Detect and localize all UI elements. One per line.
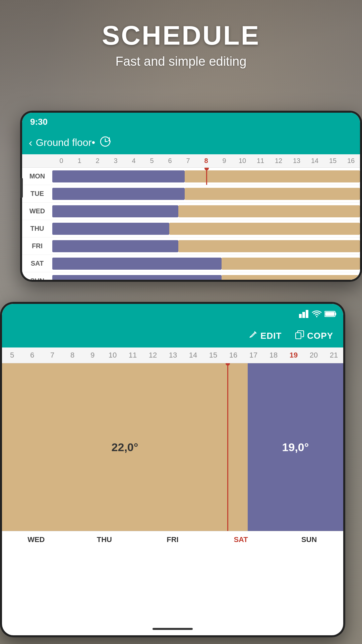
bar-tan-wed bbox=[178, 205, 360, 217]
svg-marker-1 bbox=[299, 314, 302, 318]
tan-temp-block[interactable]: 22,0° bbox=[2, 363, 248, 531]
tl2-num: 20 bbox=[304, 351, 324, 360]
nav-dot: • bbox=[92, 137, 95, 148]
edit-label: EDIT bbox=[260, 331, 282, 341]
day-row-wed: WED bbox=[22, 203, 360, 220]
tl-num: 0 bbox=[52, 157, 70, 165]
tl2-num: 7 bbox=[42, 351, 62, 360]
page-title: SCHEDULE bbox=[0, 20, 362, 51]
tl-num: 14 bbox=[306, 157, 324, 165]
nav-bar-1: ‹ Ground floor • bbox=[22, 131, 360, 154]
schedule-icon bbox=[99, 136, 111, 150]
day-label-fri: FRI bbox=[138, 535, 207, 544]
edit-button[interactable]: EDIT bbox=[248, 330, 282, 342]
day-row-fri: FRI bbox=[22, 237, 360, 255]
bar-purple-sun bbox=[52, 275, 222, 280]
copy-button[interactable]: COPY bbox=[295, 330, 333, 342]
tl-num: 12 bbox=[269, 157, 288, 165]
svg-rect-6 bbox=[335, 313, 336, 315]
bar-purple-thu bbox=[52, 223, 169, 235]
bar-purple-tue bbox=[52, 188, 185, 200]
tl2-num: 12 bbox=[143, 351, 163, 360]
page-subtitle: Fast and simple editing bbox=[0, 54, 362, 69]
tl2-num: 21 bbox=[324, 351, 343, 360]
timeline-header-2: 5 6 7 8 9 10 11 12 13 14 15 16 17 18 19 … bbox=[2, 347, 343, 363]
tl2-num: 5 bbox=[2, 351, 22, 360]
tl2-num: 8 bbox=[62, 351, 82, 360]
tl-num: 8 bbox=[197, 157, 215, 165]
status-time: 9:30 bbox=[30, 117, 48, 127]
tl2-num: 11 bbox=[123, 351, 143, 360]
tl2-num: 9 bbox=[82, 351, 103, 360]
day-bar-mon[interactable] bbox=[52, 168, 360, 185]
status-icons bbox=[299, 310, 337, 318]
tl-num: 13 bbox=[288, 157, 306, 165]
device-2-screen: EDIT COPY 5 6 7 8 9 10 11 12 13 bbox=[2, 304, 343, 635]
tl2-num: 18 bbox=[263, 351, 284, 360]
day-label: MON bbox=[22, 172, 52, 180]
device-2: EDIT COPY 5 6 7 8 9 10 11 12 13 bbox=[0, 302, 345, 637]
day-label: SUN bbox=[22, 277, 52, 280]
svg-marker-2 bbox=[302, 312, 305, 318]
day-label-sat: SAT bbox=[207, 535, 275, 544]
day-row-sun: SUN bbox=[22, 272, 360, 280]
day-label: SAT bbox=[22, 260, 52, 267]
device-1-screen: 9:30 ‹ Ground floor • 0 1 2 bbox=[22, 113, 360, 280]
day-bar-thu[interactable] bbox=[52, 220, 360, 237]
tl2-num: 14 bbox=[183, 351, 203, 360]
copy-icon bbox=[295, 330, 304, 342]
day-row-tue: TUE bbox=[22, 185, 360, 203]
day-bar-sun[interactable] bbox=[52, 272, 360, 280]
tl2-num: 17 bbox=[243, 351, 263, 360]
tl2-num: 6 bbox=[22, 351, 42, 360]
purple-temp-block[interactable]: 19,0° bbox=[248, 363, 343, 531]
tl-num: 4 bbox=[125, 157, 143, 165]
edit-toolbar: EDIT COPY bbox=[2, 324, 343, 347]
svg-point-4 bbox=[316, 316, 317, 317]
device-1: 9:30 ‹ Ground floor • 0 1 2 bbox=[20, 111, 362, 282]
tl-num: 9 bbox=[215, 157, 233, 165]
bar-tan-thu bbox=[169, 223, 360, 235]
svg-marker-3 bbox=[306, 310, 308, 318]
day-bar-tue[interactable] bbox=[52, 185, 360, 202]
tl-num: 6 bbox=[161, 157, 179, 165]
tl-num: 10 bbox=[233, 157, 251, 165]
bar-tan-fri bbox=[178, 240, 360, 252]
day-label: TUE bbox=[22, 190, 52, 198]
device-knob bbox=[20, 178, 23, 198]
back-button[interactable]: ‹ bbox=[29, 137, 33, 149]
time-indicator-mon bbox=[206, 168, 207, 185]
bar-tan-sat bbox=[222, 258, 360, 270]
day-row-sat: SAT bbox=[22, 255, 360, 272]
day-bar-wed[interactable] bbox=[52, 203, 360, 220]
nav-location: Ground floor bbox=[36, 137, 92, 148]
day-row-thu: THU bbox=[22, 220, 360, 237]
status-bar-1: 9:30 bbox=[22, 113, 360, 131]
tl2-num: 13 bbox=[163, 351, 183, 360]
bar-purple-wed bbox=[52, 205, 178, 217]
bar-purple-sat bbox=[52, 258, 222, 270]
chart-area-1: 0 1 2 3 4 5 6 7 8 9 10 11 12 13 14 15 16 bbox=[22, 154, 360, 280]
day-row-mon: MON bbox=[22, 168, 360, 185]
tl-num: 11 bbox=[251, 157, 269, 165]
bar-tan-mon bbox=[185, 170, 360, 182]
tl-num: 16 bbox=[342, 157, 360, 165]
tl2-num: 16 bbox=[223, 351, 243, 360]
tl-num: 15 bbox=[324, 157, 342, 165]
day-labels-bottom: WED THU FRI SAT SUN bbox=[2, 531, 343, 548]
status-bar-2 bbox=[2, 304, 343, 324]
tan-temperature: 22,0° bbox=[112, 441, 138, 454]
day-bar-fri[interactable] bbox=[52, 237, 360, 255]
tl2-num: 19 bbox=[284, 351, 304, 360]
copy-label: COPY bbox=[307, 331, 333, 341]
day-label: FRI bbox=[22, 242, 52, 250]
day-bar-sat[interactable] bbox=[52, 255, 360, 272]
day-label: WED bbox=[22, 207, 52, 215]
home-indicator bbox=[153, 628, 193, 630]
tl-num: 3 bbox=[107, 157, 125, 165]
edit-icon bbox=[248, 330, 258, 342]
chart-main: 22,0° 19,0° bbox=[2, 363, 343, 531]
bar-tan-tue bbox=[185, 188, 360, 200]
day-label-thu: THU bbox=[70, 535, 139, 544]
tl-num: 7 bbox=[179, 157, 197, 165]
